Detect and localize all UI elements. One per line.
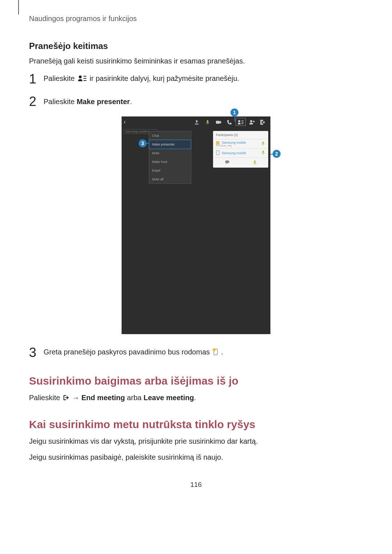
video-icon[interactable] bbox=[213, 119, 224, 125]
exit-icon bbox=[63, 393, 69, 404]
participants-panel: Participants (2) Samsung mobile (host, m… bbox=[213, 131, 268, 168]
svg-rect-14 bbox=[262, 141, 264, 144]
intro-paragraph: Pranešėją gali keisti susirinkimo šeimin… bbox=[29, 56, 363, 66]
menu-item-mute-all[interactable]: Mute all bbox=[149, 175, 191, 184]
exit-icon[interactable] bbox=[257, 119, 268, 125]
participant-row[interactable]: Samsung mobile bbox=[213, 148, 268, 157]
section-heading: Kai susirinkimo metu nutrūksta tinklo ry… bbox=[29, 418, 363, 431]
participant-name: Samsung mobile bbox=[220, 141, 262, 144]
callout-line bbox=[270, 154, 273, 155]
participant-row[interactable]: Samsung mobile (host, me) bbox=[213, 139, 268, 148]
chat-icon[interactable] bbox=[225, 160, 230, 166]
body-paragraph: Palieskite → End meeting arba Leave meet… bbox=[29, 392, 363, 404]
step-number: 1 bbox=[29, 71, 44, 87]
presenter-device-icon bbox=[213, 348, 219, 357]
menu-item-expel[interactable]: Expel bbox=[149, 166, 191, 175]
step-text: Greta pranešėjo paskyros pavadinimo bus … bbox=[44, 348, 223, 357]
page-margin-marker bbox=[18, 0, 19, 15]
svg-point-6 bbox=[238, 120, 240, 122]
panel-title: Participants (2) bbox=[213, 131, 268, 139]
menu-item-mute[interactable]: Mute bbox=[149, 149, 191, 157]
device-icon bbox=[215, 150, 220, 156]
back-icon[interactable]: ‹ bbox=[124, 119, 126, 125]
callout-badge-3: 3 bbox=[139, 139, 147, 147]
svg-point-17 bbox=[225, 160, 229, 163]
phone-icon[interactable] bbox=[224, 119, 235, 125]
body-paragraph: Jeigu susirinkimas pasibaigė, paleiskite… bbox=[29, 452, 363, 463]
menu-item-make-host[interactable]: Make host bbox=[149, 157, 191, 166]
step-text: Palieskite Make presenter. bbox=[44, 98, 132, 106]
presenter-badge-icon bbox=[216, 142, 219, 145]
add-person-icon[interactable] bbox=[246, 119, 257, 125]
menu-item-make-presenter[interactable]: Make presenter bbox=[149, 140, 191, 149]
app-window: 1 2 3 ‹ bbox=[122, 116, 270, 334]
participant-role: (host, me) bbox=[220, 144, 262, 147]
callout-line bbox=[234, 116, 235, 122]
presenter-device-icon bbox=[215, 141, 220, 147]
svg-point-0 bbox=[79, 75, 82, 78]
svg-rect-20 bbox=[213, 348, 216, 351]
callout-badge-1: 1 bbox=[230, 108, 238, 116]
body-paragraph: Jeigu susirinkimas vis dar vykstą, prisi… bbox=[29, 436, 363, 447]
section-heading: Susirinkimo baigimas arba išėjimas iš jo bbox=[29, 375, 363, 387]
app-screenshot: 1 2 3 ‹ bbox=[29, 116, 363, 334]
callout-badge-2: 2 bbox=[273, 150, 281, 158]
share-icon[interactable] bbox=[191, 119, 202, 125]
menu-item-chat[interactable]: Chat bbox=[149, 131, 191, 140]
subsection-heading: Pranešėjo keitimas bbox=[29, 41, 363, 51]
page-header: Naudingos programos ir funkcijos bbox=[29, 15, 363, 23]
app-toolbar: ‹ bbox=[122, 116, 270, 127]
mic-icon bbox=[262, 141, 266, 147]
document-page: Naudingos programos ir funkcijos Pranešė… bbox=[0, 0, 392, 510]
mic-icon bbox=[262, 151, 266, 156]
step-2: 2 Palieskite Make presenter. bbox=[29, 94, 363, 109]
step-1: 1 Palieskite ir pasirinkite dalyvį, kurį… bbox=[29, 71, 363, 87]
step-text: Palieskite ir pasirinkite dalyvį, kurį p… bbox=[44, 74, 239, 83]
svg-rect-4 bbox=[207, 120, 208, 123]
svg-rect-15 bbox=[216, 151, 219, 155]
svg-point-10 bbox=[250, 120, 252, 122]
mic-icon[interactable] bbox=[253, 160, 257, 166]
step-number: 2 bbox=[29, 94, 44, 109]
panel-bottom-bar bbox=[213, 157, 268, 168]
participants-icon[interactable] bbox=[236, 118, 246, 126]
step-3: 3 Greta pranešėjo paskyros pavadinimo bu… bbox=[29, 345, 363, 360]
mic-icon[interactable] bbox=[202, 119, 213, 125]
participant-name: Samsung mobile bbox=[220, 151, 262, 155]
svg-rect-18 bbox=[254, 160, 256, 163]
step-number: 3 bbox=[29, 345, 44, 360]
page-number: 116 bbox=[29, 481, 363, 489]
context-menu: Chat Make presenter Mute Make host Expel… bbox=[149, 131, 191, 184]
svg-rect-16 bbox=[262, 151, 264, 153]
participants-icon bbox=[77, 75, 87, 84]
svg-rect-5 bbox=[216, 121, 220, 124]
